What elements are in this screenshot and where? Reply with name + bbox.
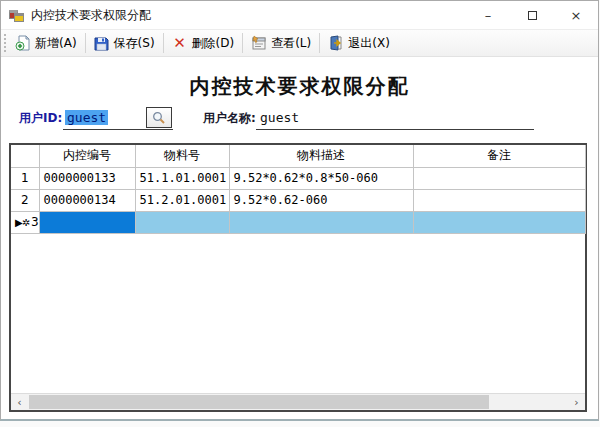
- cell-remark[interactable]: [413, 211, 585, 233]
- cell-material-no[interactable]: [135, 211, 229, 233]
- window-title: 内控技术要求权限分配: [31, 7, 151, 24]
- table-row-new: ▶✲3: [11, 211, 585, 233]
- cell-internal-code[interactable]: 0000000134: [39, 189, 135, 211]
- page-title: 内控技术要求权限分配: [1, 73, 598, 100]
- cell-material-no[interactable]: 51.1.01.0001: [135, 167, 229, 189]
- new-button-label: 新增(A): [35, 35, 77, 52]
- table-row: 1 0000000133 51.1.01.0001 9.52*0.62*0.8*…: [11, 167, 585, 189]
- user-id-search-button[interactable]: [146, 107, 172, 128]
- cell-material-desc[interactable]: 9.52*0.62-060: [229, 189, 413, 211]
- new-document-icon: [15, 35, 31, 51]
- new-row-indicator-icon: ▶✲: [15, 217, 29, 228]
- toolbar-separator: [163, 33, 164, 53]
- column-header[interactable]: 物料描述: [229, 145, 413, 167]
- scrollbar-thumb[interactable]: [29, 395, 489, 409]
- grid-header-row: 内控编号 物料号 物料描述 备注: [11, 145, 585, 167]
- form-content: 内控技术要求权限分配 用户ID: guest 用户名称: guest 内控编号 …: [1, 57, 598, 420]
- delete-icon: ✕: [172, 35, 188, 51]
- user-name-label: 用户名称:: [203, 110, 256, 127]
- cell-material-no[interactable]: 51.2.01.0001: [135, 189, 229, 211]
- scroll-right-icon[interactable]: ›: [568, 394, 585, 410]
- column-header[interactable]: 备注: [413, 145, 585, 167]
- new-button[interactable]: 新增(A): [9, 31, 83, 55]
- cell-remark[interactable]: [413, 189, 585, 211]
- app-icon: [9, 8, 25, 22]
- save-icon: [94, 35, 110, 51]
- view-button-label: 查看(L): [271, 35, 311, 52]
- maximize-button[interactable]: [510, 1, 554, 29]
- user-id-value: guest: [65, 110, 108, 125]
- permission-grid: 内控编号 物料号 物料描述 备注 1 0000000133 51.1.01.00…: [9, 143, 587, 412]
- save-button-label: 保存(S): [114, 35, 155, 52]
- search-icon: [152, 111, 166, 125]
- user-id-label: 用户ID:: [19, 110, 62, 127]
- cell-remark[interactable]: [413, 167, 585, 189]
- cell-material-desc[interactable]: 9.52*0.62*0.8*50-060: [229, 167, 413, 189]
- toolbar-separator: [319, 33, 320, 53]
- column-header[interactable]: 物料号: [135, 145, 229, 167]
- close-button[interactable]: ×: [554, 1, 598, 29]
- exit-icon: [328, 35, 344, 51]
- minimize-button[interactable]: –: [466, 1, 510, 29]
- exit-button[interactable]: 退出(X): [322, 31, 396, 55]
- row-number[interactable]: 2: [11, 189, 39, 211]
- column-header[interactable]: 内控编号: [39, 145, 135, 167]
- exit-button-label: 退出(X): [348, 35, 390, 52]
- view-button[interactable]: 查看(L): [245, 31, 317, 55]
- table-row: 2 0000000134 51.2.01.0001 9.52*0.62-060: [11, 189, 585, 211]
- toolbar-separator: [85, 33, 86, 53]
- scroll-left-icon[interactable]: ‹: [11, 394, 28, 410]
- title-bar: 内控技术要求权限分配 – ×: [1, 1, 598, 29]
- save-button[interactable]: 保存(S): [88, 31, 161, 55]
- row-number[interactable]: 1: [11, 167, 39, 189]
- delete-button-label: 删除(D): [192, 35, 235, 52]
- delete-button[interactable]: ✕ 删除(D): [166, 31, 241, 55]
- user-name-value[interactable]: guest: [256, 106, 534, 130]
- cell-internal-code[interactable]: 0000000133: [39, 167, 135, 189]
- view-icon: [251, 35, 267, 51]
- user-id-field[interactable]: guest: [63, 106, 173, 130]
- row-header-corner[interactable]: [11, 145, 39, 167]
- maximize-icon: [528, 11, 537, 20]
- toolbar: 新增(A) 保存(S) ✕ 删除(D): [1, 29, 598, 57]
- cell-internal-code-selected[interactable]: [39, 211, 135, 233]
- row-number[interactable]: ▶✲3: [11, 211, 39, 233]
- horizontal-scrollbar[interactable]: ‹ ›: [11, 393, 585, 410]
- cell-material-desc[interactable]: [229, 211, 413, 233]
- toolbar-separator: [242, 33, 243, 53]
- app-window: 内控技术要求权限分配 – × 新增(A): [0, 0, 599, 421]
